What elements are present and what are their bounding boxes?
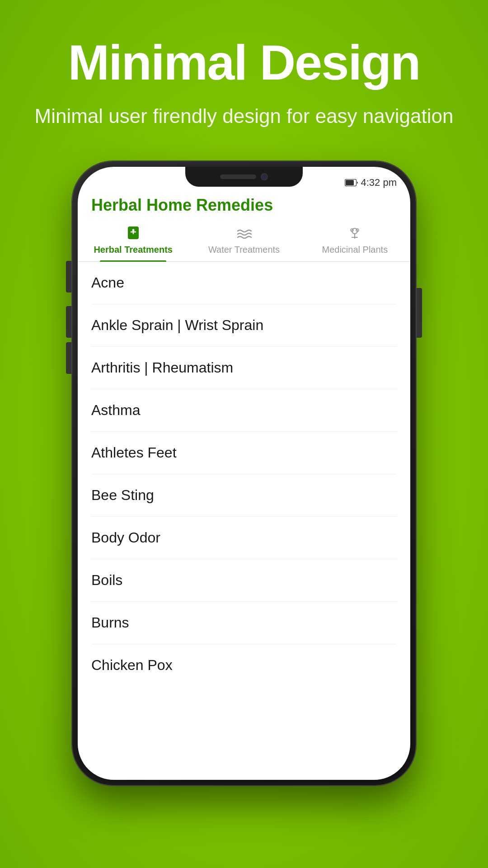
- list-item[interactable]: Athletes Feet: [91, 432, 397, 474]
- svg-rect-1: [346, 180, 354, 185]
- phone-screen: 4:32 pm Herbal Home Remedies: [78, 167, 410, 780]
- svg-point-3: [132, 229, 134, 231]
- app-header: Herbal Home Remedies: [78, 191, 410, 215]
- tab-medicinal-plants[interactable]: Medicinal Plants: [300, 220, 410, 261]
- tab-bar: Herbal Treatments Water Treatments: [78, 220, 410, 262]
- list-item[interactable]: Chicken Pox: [91, 644, 397, 686]
- status-time: 4:32 pm: [345, 177, 397, 189]
- list-item[interactable]: Boils: [91, 559, 397, 602]
- hero-title: Minimal Design: [27, 36, 461, 89]
- list-item[interactable]: Burns: [91, 602, 397, 644]
- notch-speaker: [220, 175, 256, 179]
- list-item[interactable]: Acne: [91, 262, 397, 304]
- list-item[interactable]: Bee Sting: [91, 474, 397, 517]
- hero-subtitle: Minimal user firendly design for easy na…: [27, 102, 461, 130]
- phone-mockup: 4:32 pm Herbal Home Remedies: [72, 161, 416, 785]
- notch-camera: [261, 173, 268, 180]
- tab-water-label: Water Treatments: [208, 245, 280, 255]
- app-title: Herbal Home Remedies: [91, 196, 397, 215]
- list-item[interactable]: Ankle Sprain | Wrist Sprain: [91, 304, 397, 347]
- phone-outer: 4:32 pm Herbal Home Remedies: [72, 161, 416, 785]
- tab-herbal-label: Herbal Treatments: [94, 245, 173, 255]
- plant-icon: [346, 225, 364, 243]
- list-item[interactable]: Asthma: [91, 389, 397, 432]
- remedy-list: Acne Ankle Sprain | Wrist Sprain Arthrit…: [78, 262, 410, 780]
- tab-medicinal-label: Medicinal Plants: [322, 245, 388, 255]
- herbal-icon: [124, 225, 142, 243]
- phone-notch: [185, 167, 303, 187]
- list-item[interactable]: Body Odor: [91, 517, 397, 559]
- battery-icon: [345, 179, 358, 186]
- hero-section: Minimal Design Minimal user firendly des…: [0, 0, 488, 148]
- tab-herbal-treatments[interactable]: Herbal Treatments: [78, 220, 188, 261]
- tab-water-treatments[interactable]: Water Treatments: [188, 220, 299, 261]
- water-icon: [235, 225, 253, 243]
- list-item[interactable]: Arthritis | Rheumatism: [91, 347, 397, 389]
